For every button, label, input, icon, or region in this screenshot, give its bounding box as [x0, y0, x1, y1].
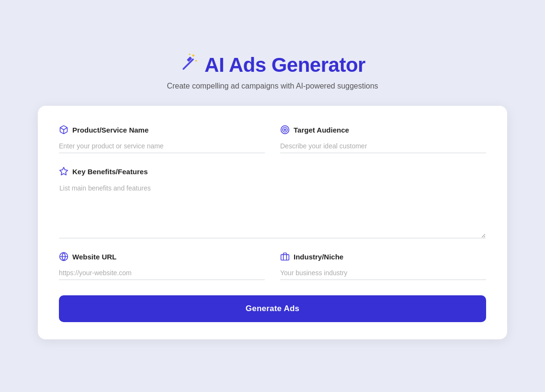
product-input[interactable]	[59, 139, 265, 153]
page-title: AI Ads Generator	[204, 54, 365, 77]
industry-label: Industry/Niche	[280, 252, 486, 261]
form-card: Product/Service Name Target Audience	[38, 106, 507, 339]
page-subtitle: Create compelling ad campaigns with AI-p…	[167, 82, 378, 90]
target-field-group: Target Audience	[280, 125, 486, 153]
target-label: Target Audience	[280, 125, 486, 134]
target-icon	[280, 125, 290, 134]
briefcase-icon	[280, 252, 290, 261]
website-input[interactable]	[59, 266, 265, 280]
industry-field-group: Industry/Niche	[280, 252, 486, 280]
features-textarea[interactable]	[59, 181, 486, 238]
svg-text:✦: ✦	[188, 53, 191, 56]
wand-icon: ✦ ✦ ✦	[180, 53, 200, 77]
top-fields-grid: Product/Service Name Target Audience	[59, 125, 486, 153]
page-header: ✦ ✦ ✦ AI Ads Generator Create compelling…	[167, 53, 378, 90]
website-field-group: Website URL	[59, 252, 265, 280]
features-label: Key Benefits/Features	[59, 167, 486, 176]
svg-marker-9	[60, 168, 68, 175]
star-icon	[59, 167, 68, 176]
website-label: Website URL	[59, 252, 265, 261]
svg-rect-12	[281, 255, 289, 260]
svg-text:✦: ✦	[191, 53, 195, 58]
svg-text:✦: ✦	[194, 59, 198, 63]
product-label: Product/Service Name	[59, 125, 265, 134]
industry-input[interactable]	[280, 266, 486, 280]
features-field-group: Key Benefits/Features	[59, 167, 486, 238]
target-input[interactable]	[280, 139, 486, 153]
svg-point-8	[284, 129, 285, 130]
svg-point-7	[283, 127, 287, 132]
box-icon	[59, 125, 68, 134]
generate-ads-button[interactable]: Generate Ads	[59, 295, 486, 322]
globe-icon	[59, 252, 68, 261]
title-container: ✦ ✦ ✦ AI Ads Generator	[167, 53, 378, 77]
bottom-fields-grid: Website URL Industry/Niche	[59, 252, 486, 280]
product-field-group: Product/Service Name	[59, 125, 265, 153]
